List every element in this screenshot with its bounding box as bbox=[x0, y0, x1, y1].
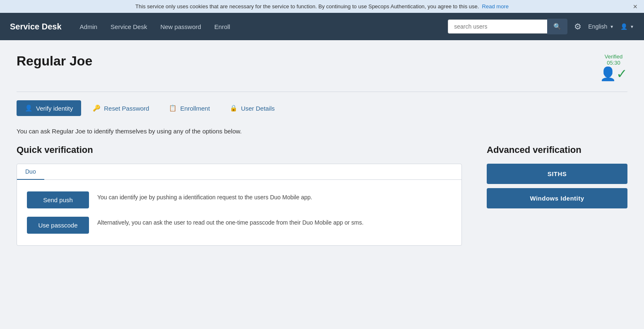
navbar-link-enroll[interactable]: Enroll bbox=[209, 20, 235, 34]
verified-badge: Verified 05:30 👤✓ bbox=[600, 53, 627, 82]
main-content: Regular Joe Verified 05:30 👤✓ 👤 Verify i… bbox=[0, 40, 644, 259]
cookie-text: This service only uses cookies that are … bbox=[135, 3, 479, 10]
action-tabs: 👤 Verify identity 🔑 Reset Password 📋 Enr… bbox=[17, 100, 627, 116]
user-icon: 👤 bbox=[620, 23, 627, 30]
enrollment-icon: 📋 bbox=[169, 104, 177, 112]
description: You can ask Regular Joe to identify them… bbox=[17, 128, 627, 135]
language-label: English bbox=[588, 23, 607, 30]
verification-layout: Quick verification Duo Send push You can… bbox=[17, 145, 627, 246]
duo-tabs: Duo bbox=[17, 164, 461, 180]
navbar-link-admin[interactable]: Admin bbox=[75, 20, 103, 34]
quick-verification-title: Quick verification bbox=[17, 145, 462, 155]
user-menu[interactable]: 👤 ▼ bbox=[620, 23, 634, 30]
verified-icon: 👤✓ bbox=[600, 66, 627, 82]
siths-button[interactable]: SITHS bbox=[487, 164, 627, 184]
advanced-verification-title: Advanced verification bbox=[487, 145, 627, 155]
navbar-right: ⚙ English ▼ 👤 ▼ bbox=[574, 22, 634, 31]
duo-tab[interactable]: Duo bbox=[17, 164, 44, 180]
cookie-read-more[interactable]: Read more bbox=[482, 3, 509, 10]
user-details-icon: 🔒 bbox=[230, 104, 238, 112]
navbar-link-new-password[interactable]: New password bbox=[155, 20, 206, 34]
page-header: Regular Joe Verified 05:30 👤✓ bbox=[17, 53, 627, 82]
send-push-description: You can identify joe by pushing a identi… bbox=[97, 191, 312, 202]
cookie-close-button[interactable]: × bbox=[633, 2, 637, 11]
page-title: Regular Joe bbox=[17, 53, 92, 69]
gear-icon[interactable]: ⚙ bbox=[574, 22, 582, 31]
tab-verify-identity[interactable]: 👤 Verify identity bbox=[17, 100, 81, 116]
advanced-verification: Advanced verification SITHS Windows Iden… bbox=[487, 145, 627, 213]
search-button[interactable]: 🔍 bbox=[547, 19, 567, 34]
use-passcode-row: Use passcode Alternatively, you can ask … bbox=[27, 217, 452, 234]
search-area: 🔍 bbox=[448, 19, 567, 34]
send-push-row: Send push You can identify joe by pushin… bbox=[27, 191, 452, 208]
tab-user-details[interactable]: 🔒 User Details bbox=[221, 100, 283, 116]
verify-identity-icon: 👤 bbox=[25, 104, 33, 112]
use-passcode-button[interactable]: Use passcode bbox=[27, 217, 89, 234]
reset-password-icon: 🔑 bbox=[93, 104, 101, 112]
divider bbox=[17, 92, 627, 92]
duo-container: Duo Send push You can identify joe by pu… bbox=[17, 164, 462, 246]
duo-content: Send push You can identify joe by pushin… bbox=[17, 180, 461, 245]
navbar-links: Admin Service Desk New password Enroll bbox=[75, 20, 448, 34]
quick-verification: Quick verification Duo Send push You can… bbox=[17, 145, 462, 246]
cookie-banner: This service only uses cookies that are … bbox=[0, 0, 644, 13]
tab-enrollment[interactable]: 📋 Enrollment bbox=[161, 100, 218, 116]
verified-label: Verified bbox=[605, 53, 622, 60]
windows-identity-button[interactable]: Windows Identity bbox=[487, 188, 627, 208]
use-passcode-description: Alternatively, you can ask the user to r… bbox=[97, 217, 363, 227]
user-caret: ▼ bbox=[630, 24, 634, 29]
navbar-brand[interactable]: Service Desk bbox=[10, 22, 62, 31]
send-push-button[interactable]: Send push bbox=[27, 191, 89, 208]
language-selector[interactable]: English ▼ bbox=[588, 23, 614, 30]
navbar-link-service-desk[interactable]: Service Desk bbox=[106, 20, 152, 34]
search-input[interactable] bbox=[448, 19, 547, 34]
language-caret: ▼ bbox=[610, 24, 614, 29]
tab-reset-password[interactable]: 🔑 Reset Password bbox=[84, 100, 157, 116]
verified-time: 05:30 bbox=[607, 60, 620, 66]
navbar: Service Desk Admin Service Desk New pass… bbox=[0, 13, 644, 40]
